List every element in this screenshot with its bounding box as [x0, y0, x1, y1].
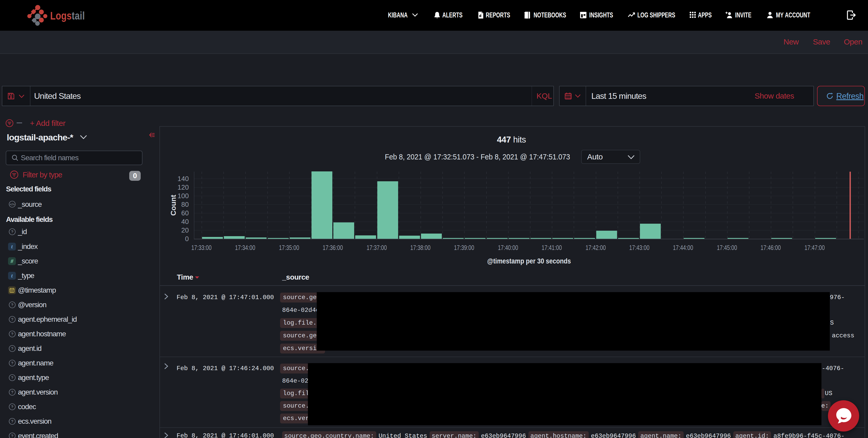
svg-text:?: ? [11, 346, 13, 351]
svg-text:?: ? [11, 405, 13, 409]
svg-text:?: ? [11, 419, 13, 424]
svg-text:Logstail: Logstail [50, 9, 85, 22]
svg-text:?: ? [11, 390, 13, 394]
svg-text:</>: </> [10, 202, 15, 206]
svg-text:?: ? [11, 230, 13, 234]
svg-text:?: ? [11, 376, 13, 380]
svg-text:?: ? [11, 434, 13, 438]
svg-text:?: ? [11, 361, 13, 365]
svg-text:?: ? [11, 317, 13, 321]
svg-text:?: ? [11, 332, 13, 336]
svg-text:?: ? [11, 303, 13, 307]
